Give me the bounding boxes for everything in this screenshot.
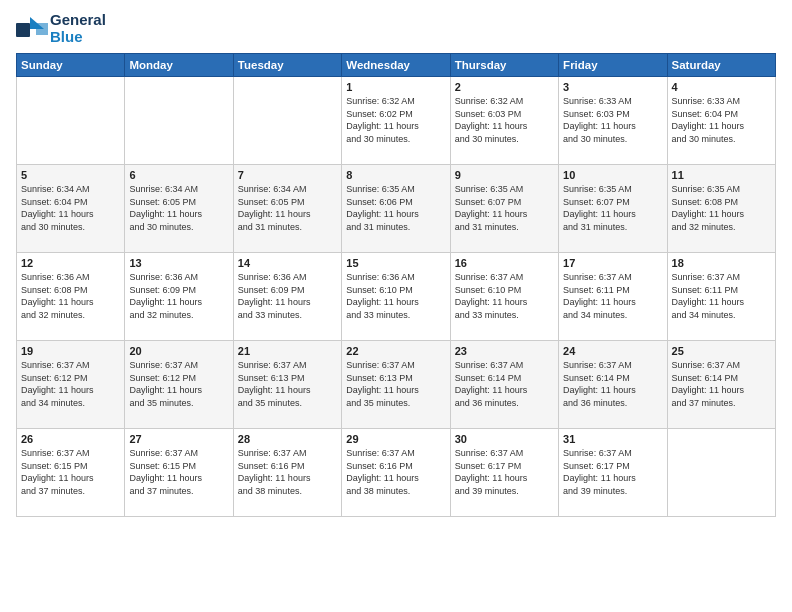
calendar-page: General Blue SundayMondayTuesdayWednesda… — [0, 0, 792, 612]
day-cell: 23Sunrise: 6:37 AM Sunset: 6:14 PM Dayli… — [450, 341, 558, 429]
day-cell — [233, 77, 341, 165]
day-cell: 24Sunrise: 6:37 AM Sunset: 6:14 PM Dayli… — [559, 341, 667, 429]
day-info: Sunrise: 6:36 AM Sunset: 6:09 PM Dayligh… — [129, 271, 228, 321]
day-number: 22 — [346, 345, 445, 357]
day-number: 16 — [455, 257, 554, 269]
day-cell: 14Sunrise: 6:36 AM Sunset: 6:09 PM Dayli… — [233, 253, 341, 341]
day-number: 12 — [21, 257, 120, 269]
week-row-2: 5Sunrise: 6:34 AM Sunset: 6:04 PM Daylig… — [17, 165, 776, 253]
day-cell: 20Sunrise: 6:37 AM Sunset: 6:12 PM Dayli… — [125, 341, 233, 429]
day-cell — [17, 77, 125, 165]
day-cell: 11Sunrise: 6:35 AM Sunset: 6:08 PM Dayli… — [667, 165, 775, 253]
day-number: 17 — [563, 257, 662, 269]
day-cell: 22Sunrise: 6:37 AM Sunset: 6:13 PM Dayli… — [342, 341, 450, 429]
day-info: Sunrise: 6:32 AM Sunset: 6:03 PM Dayligh… — [455, 95, 554, 145]
weekday-wednesday: Wednesday — [342, 54, 450, 77]
weekday-thursday: Thursday — [450, 54, 558, 77]
day-cell: 9Sunrise: 6:35 AM Sunset: 6:07 PM Daylig… — [450, 165, 558, 253]
day-cell: 19Sunrise: 6:37 AM Sunset: 6:12 PM Dayli… — [17, 341, 125, 429]
day-cell: 4Sunrise: 6:33 AM Sunset: 6:04 PM Daylig… — [667, 77, 775, 165]
day-info: Sunrise: 6:37 AM Sunset: 6:13 PM Dayligh… — [346, 359, 445, 409]
day-number: 15 — [346, 257, 445, 269]
weekday-monday: Monday — [125, 54, 233, 77]
week-row-1: 1Sunrise: 6:32 AM Sunset: 6:02 PM Daylig… — [17, 77, 776, 165]
day-number: 26 — [21, 433, 120, 445]
day-number: 27 — [129, 433, 228, 445]
day-info: Sunrise: 6:37 AM Sunset: 6:12 PM Dayligh… — [129, 359, 228, 409]
day-number: 11 — [672, 169, 771, 181]
day-number: 6 — [129, 169, 228, 181]
day-cell: 8Sunrise: 6:35 AM Sunset: 6:06 PM Daylig… — [342, 165, 450, 253]
day-cell: 25Sunrise: 6:37 AM Sunset: 6:14 PM Dayli… — [667, 341, 775, 429]
day-cell: 2Sunrise: 6:32 AM Sunset: 6:03 PM Daylig… — [450, 77, 558, 165]
logo-text-blue: Blue — [50, 29, 106, 46]
day-cell: 21Sunrise: 6:37 AM Sunset: 6:13 PM Dayli… — [233, 341, 341, 429]
day-number: 10 — [563, 169, 662, 181]
day-number: 25 — [672, 345, 771, 357]
day-number: 7 — [238, 169, 337, 181]
day-number: 5 — [21, 169, 120, 181]
svg-rect-0 — [16, 23, 30, 37]
day-number: 29 — [346, 433, 445, 445]
weekday-sunday: Sunday — [17, 54, 125, 77]
logo-text-general: General — [50, 12, 106, 29]
weekday-tuesday: Tuesday — [233, 54, 341, 77]
day-cell: 26Sunrise: 6:37 AM Sunset: 6:15 PM Dayli… — [17, 429, 125, 517]
day-cell: 17Sunrise: 6:37 AM Sunset: 6:11 PM Dayli… — [559, 253, 667, 341]
logo: General Blue — [16, 12, 106, 45]
day-cell: 16Sunrise: 6:37 AM Sunset: 6:10 PM Dayli… — [450, 253, 558, 341]
weekday-friday: Friday — [559, 54, 667, 77]
day-info: Sunrise: 6:35 AM Sunset: 6:07 PM Dayligh… — [455, 183, 554, 233]
day-info: Sunrise: 6:34 AM Sunset: 6:05 PM Dayligh… — [238, 183, 337, 233]
day-info: Sunrise: 6:36 AM Sunset: 6:10 PM Dayligh… — [346, 271, 445, 321]
day-cell: 18Sunrise: 6:37 AM Sunset: 6:11 PM Dayli… — [667, 253, 775, 341]
day-number: 4 — [672, 81, 771, 93]
day-info: Sunrise: 6:36 AM Sunset: 6:08 PM Dayligh… — [21, 271, 120, 321]
day-number: 21 — [238, 345, 337, 357]
day-cell: 15Sunrise: 6:36 AM Sunset: 6:10 PM Dayli… — [342, 253, 450, 341]
day-number: 24 — [563, 345, 662, 357]
day-info: Sunrise: 6:35 AM Sunset: 6:06 PM Dayligh… — [346, 183, 445, 233]
day-number: 19 — [21, 345, 120, 357]
day-info: Sunrise: 6:35 AM Sunset: 6:07 PM Dayligh… — [563, 183, 662, 233]
header: General Blue — [16, 12, 776, 45]
day-cell: 12Sunrise: 6:36 AM Sunset: 6:08 PM Dayli… — [17, 253, 125, 341]
day-info: Sunrise: 6:37 AM Sunset: 6:14 PM Dayligh… — [455, 359, 554, 409]
day-number: 2 — [455, 81, 554, 93]
day-number: 9 — [455, 169, 554, 181]
day-cell: 5Sunrise: 6:34 AM Sunset: 6:04 PM Daylig… — [17, 165, 125, 253]
day-number: 20 — [129, 345, 228, 357]
day-number: 1 — [346, 81, 445, 93]
day-info: Sunrise: 6:37 AM Sunset: 6:17 PM Dayligh… — [563, 447, 662, 497]
day-number: 13 — [129, 257, 228, 269]
day-info: Sunrise: 6:35 AM Sunset: 6:08 PM Dayligh… — [672, 183, 771, 233]
day-info: Sunrise: 6:37 AM Sunset: 6:12 PM Dayligh… — [21, 359, 120, 409]
day-info: Sunrise: 6:34 AM Sunset: 6:04 PM Dayligh… — [21, 183, 120, 233]
day-info: Sunrise: 6:33 AM Sunset: 6:03 PM Dayligh… — [563, 95, 662, 145]
day-info: Sunrise: 6:33 AM Sunset: 6:04 PM Dayligh… — [672, 95, 771, 145]
day-number: 8 — [346, 169, 445, 181]
day-info: Sunrise: 6:37 AM Sunset: 6:10 PM Dayligh… — [455, 271, 554, 321]
day-cell — [667, 429, 775, 517]
day-cell: 6Sunrise: 6:34 AM Sunset: 6:05 PM Daylig… — [125, 165, 233, 253]
day-number: 30 — [455, 433, 554, 445]
day-number: 23 — [455, 345, 554, 357]
weekday-header-row: SundayMondayTuesdayWednesdayThursdayFrid… — [17, 54, 776, 77]
day-cell: 27Sunrise: 6:37 AM Sunset: 6:15 PM Dayli… — [125, 429, 233, 517]
calendar-table: SundayMondayTuesdayWednesdayThursdayFrid… — [16, 53, 776, 517]
day-cell: 30Sunrise: 6:37 AM Sunset: 6:17 PM Dayli… — [450, 429, 558, 517]
day-info: Sunrise: 6:32 AM Sunset: 6:02 PM Dayligh… — [346, 95, 445, 145]
logo-icon — [16, 15, 48, 43]
day-cell: 3Sunrise: 6:33 AM Sunset: 6:03 PM Daylig… — [559, 77, 667, 165]
svg-marker-2 — [36, 23, 48, 35]
week-row-3: 12Sunrise: 6:36 AM Sunset: 6:08 PM Dayli… — [17, 253, 776, 341]
day-number: 14 — [238, 257, 337, 269]
day-info: Sunrise: 6:37 AM Sunset: 6:15 PM Dayligh… — [21, 447, 120, 497]
day-info: Sunrise: 6:37 AM Sunset: 6:11 PM Dayligh… — [672, 271, 771, 321]
day-number: 18 — [672, 257, 771, 269]
day-cell: 28Sunrise: 6:37 AM Sunset: 6:16 PM Dayli… — [233, 429, 341, 517]
day-cell: 13Sunrise: 6:36 AM Sunset: 6:09 PM Dayli… — [125, 253, 233, 341]
day-info: Sunrise: 6:36 AM Sunset: 6:09 PM Dayligh… — [238, 271, 337, 321]
day-info: Sunrise: 6:34 AM Sunset: 6:05 PM Dayligh… — [129, 183, 228, 233]
day-info: Sunrise: 6:37 AM Sunset: 6:17 PM Dayligh… — [455, 447, 554, 497]
